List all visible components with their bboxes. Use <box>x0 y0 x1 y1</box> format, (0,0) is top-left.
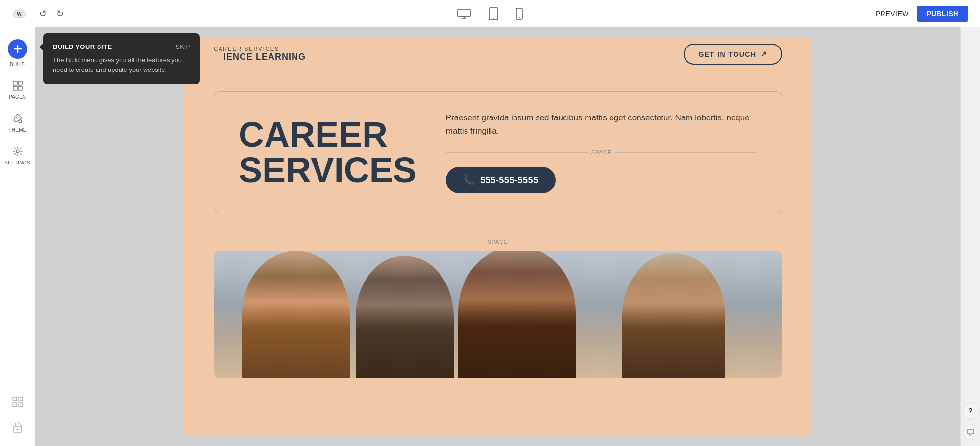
right-panel: ? <box>960 27 980 446</box>
site-navbar: CAREER SERVICES IENCE LEARNING GET IN TO… <box>184 37 811 71</box>
settings-icon <box>11 144 24 158</box>
svg-rect-13 <box>18 81 22 85</box>
svg-point-16 <box>19 120 22 123</box>
svg-rect-20 <box>13 403 17 407</box>
svg-rect-14 <box>13 86 17 90</box>
hero-card: CAREER SERVICES Praesent gravida ipsum s… <box>214 91 782 213</box>
hero-description: Praesent gravida ipsum sed faucibus matt… <box>446 111 757 138</box>
mobile-device-button[interactable] <box>513 5 526 23</box>
website-preview: CAREER SERVICES IENCE LEARNING GET IN TO… <box>184 37 811 436</box>
space-row-line-right <box>513 242 782 242</box>
svg-point-17 <box>16 150 19 153</box>
undo-redo-controls: ↺ ↻ <box>35 5 68 22</box>
space-indicator-1: SPACE <box>446 149 757 155</box>
team-section <box>184 251 811 398</box>
sidebar-item-build[interactable]: BUILD <box>4 35 31 71</box>
svg-rect-2 <box>458 9 470 17</box>
hero-left: CAREER SERVICES <box>239 117 416 188</box>
publish-button[interactable]: PUBLISH <box>917 6 968 22</box>
lock-icon <box>11 421 24 434</box>
svg-rect-18 <box>13 397 17 401</box>
svg-rect-12 <box>13 81 17 85</box>
team-photo <box>214 251 782 378</box>
sidebar-item-theme[interactable]: THEME <box>4 108 31 137</box>
site-nav-brand: CAREER SERVICES IENCE LEARNING <box>214 46 306 62</box>
theme-icon <box>11 112 24 125</box>
svg-text:W.: W. <box>17 11 23 17</box>
grid-icon <box>11 395 24 409</box>
left-sidebar: BUILD YOUR SITE SKIP The Build menu give… <box>0 27 35 446</box>
hero-section: CAREER SERVICES Praesent gravida ipsum s… <box>184 71 811 233</box>
right-panel-chat-button[interactable] <box>963 424 979 440</box>
sidebar-item-pages[interactable]: PAGES <box>4 75 31 104</box>
space-row: SPACE <box>184 233 811 251</box>
space-row-line-left <box>214 242 483 242</box>
sidebar-item-build-label: BUILD <box>10 62 25 67</box>
site-nav-title: IENCE LEARNING <box>214 52 306 62</box>
svg-rect-21 <box>19 403 23 407</box>
sidebar-item-pages-label: PAGES <box>9 94 26 100</box>
svg-rect-19 <box>19 397 23 401</box>
sidebar-bottom <box>4 391 31 438</box>
svg-point-7 <box>493 18 494 19</box>
top-bar-left: W. ↺ ↻ <box>12 5 68 22</box>
hero-title: CAREER SERVICES <box>239 117 416 188</box>
build-tooltip: BUILD YOUR SITE SKIP The Build menu give… <box>43 33 200 84</box>
build-circle[interactable] <box>8 39 27 59</box>
canvas-area[interactable]: CAREER SERVICES IENCE LEARNING GET IN TO… <box>35 27 960 446</box>
redo-button[interactable]: ↻ <box>52 5 68 22</box>
sidebar-item-theme-label: THEME <box>8 127 26 133</box>
hero-title-line1: CAREER <box>239 117 416 152</box>
arrow-icon: ↗ <box>760 49 768 59</box>
site-nav-subtitle: CAREER SERVICES <box>214 46 306 52</box>
space-line-right <box>615 152 757 153</box>
tooltip-body: The Build menu gives you all the feature… <box>53 55 190 74</box>
sidebar-item-settings-label: SETTINGS <box>4 160 30 165</box>
desktop-device-button[interactable] <box>454 6 474 22</box>
tooltip-title: BUILD YOUR SITE <box>53 43 112 50</box>
top-bar-right: PREVIEW PUBLISH <box>876 6 968 22</box>
phone-label: 555-555-5555 <box>480 175 538 186</box>
hero-title-line2: SERVICES <box>239 152 416 188</box>
sidebar-item-grid[interactable] <box>4 391 31 413</box>
sidebar-item-settings[interactable]: SETTINGS <box>4 141 31 169</box>
space-line-left <box>446 152 588 153</box>
top-bar: W. ↺ ↻ <box>0 0 980 27</box>
get-in-touch-button[interactable]: GET IN TOUCH ↗ <box>684 44 782 65</box>
main-area: BUILD YOUR SITE SKIP The Build menu give… <box>0 27 980 446</box>
svg-point-9 <box>519 17 520 18</box>
device-switcher <box>454 4 526 23</box>
get-in-touch-label: GET IN TOUCH <box>698 50 756 58</box>
svg-point-23 <box>17 429 18 430</box>
phone-button[interactable]: 📞 555-555-5555 <box>446 167 556 193</box>
space-label-1: SPACE <box>591 149 612 155</box>
hero-right: Praesent gravida ipsum sed faucibus matt… <box>446 111 757 193</box>
pages-icon <box>11 79 24 93</box>
right-panel-help-button[interactable]: ? <box>963 403 979 419</box>
phone-icon: 📞 <box>464 175 475 186</box>
wix-logo: W. <box>12 6 27 22</box>
sidebar-item-lock[interactable] <box>4 417 31 438</box>
tooltip-skip-button[interactable]: SKIP <box>176 44 190 50</box>
tablet-device-button[interactable] <box>486 4 501 23</box>
undo-button[interactable]: ↺ <box>35 5 50 22</box>
svg-rect-15 <box>18 86 22 90</box>
preview-button[interactable]: PREVIEW <box>876 10 909 18</box>
tooltip-header: BUILD YOUR SITE SKIP <box>53 43 190 50</box>
space-row-label: SPACE <box>488 239 508 245</box>
